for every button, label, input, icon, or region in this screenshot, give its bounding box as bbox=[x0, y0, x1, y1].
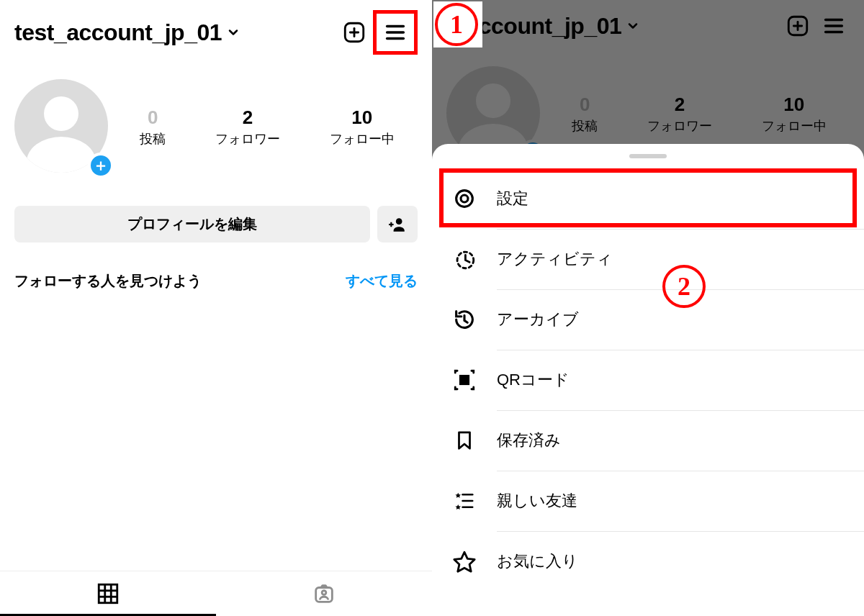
stat-following[interactable]: 10 フォロー中 bbox=[330, 107, 395, 148]
qr-code-icon bbox=[448, 368, 481, 392]
menu-label: 保存済み bbox=[497, 430, 561, 451]
close-friends-icon bbox=[448, 490, 481, 512]
svg-marker-33 bbox=[456, 504, 462, 509]
chevron-down-icon[interactable] bbox=[226, 25, 240, 40]
history-icon bbox=[448, 307, 481, 332]
edit-profile-button[interactable]: プロフィールを編集 bbox=[14, 206, 370, 243]
create-post-button[interactable] bbox=[338, 17, 370, 48]
tab-tagged[interactable] bbox=[216, 571, 432, 616]
discover-people-button[interactable] bbox=[377, 206, 418, 243]
menu-item-settings[interactable]: 設定 bbox=[432, 168, 864, 229]
following-count: 10 bbox=[330, 107, 395, 129]
annotation-step-2: 2 bbox=[662, 265, 706, 308]
stat-posts[interactable]: 0 投稿 bbox=[140, 107, 166, 148]
menu-label: QRコード bbox=[497, 369, 570, 391]
clock-activity-icon bbox=[448, 247, 481, 271]
avatar[interactable]: ＋ bbox=[14, 79, 115, 180]
menu-item-archive[interactable]: アーカイブ bbox=[432, 289, 864, 350]
svg-marker-34 bbox=[454, 552, 474, 571]
svg-rect-9 bbox=[99, 584, 117, 603]
menu-item-activity[interactable]: アクティビティ bbox=[432, 229, 864, 289]
menu-label: お気に入り bbox=[497, 551, 578, 572]
tab-grid[interactable] bbox=[0, 571, 216, 616]
followers-count: 2 bbox=[215, 107, 280, 129]
svg-point-15 bbox=[322, 591, 326, 595]
bookmark-icon bbox=[448, 428, 481, 453]
menu-label: 設定 bbox=[497, 188, 528, 209]
menu-screen: t_account_jp_01 bbox=[432, 0, 864, 616]
menu-item-qrcode[interactable]: QRコード bbox=[432, 350, 864, 410]
svg-point-6 bbox=[396, 218, 402, 225]
posts-count: 0 bbox=[140, 107, 166, 129]
svg-marker-32 bbox=[456, 493, 462, 498]
svg-rect-28 bbox=[465, 381, 468, 384]
profile-stats-row: ＋ 0 投稿 2 フォロワー 10 フォロー中 bbox=[0, 62, 432, 187]
annotation-number: 1 bbox=[435, 3, 478, 46]
username-switcher[interactable]: test_account_jp_01 bbox=[14, 19, 222, 46]
svg-rect-25 bbox=[460, 376, 463, 379]
add-story-icon[interactable]: ＋ bbox=[88, 153, 114, 178]
following-label: フォロー中 bbox=[330, 130, 395, 148]
menu-item-saved[interactable]: 保存済み bbox=[432, 410, 864, 471]
menu-label: 親しい友達 bbox=[497, 490, 577, 512]
hamburger-menu-button[interactable] bbox=[373, 10, 418, 55]
star-icon bbox=[448, 549, 481, 574]
svg-rect-27 bbox=[460, 381, 463, 384]
see-all-link[interactable]: すべて見る bbox=[346, 271, 418, 291]
posts-label: 投稿 bbox=[140, 130, 166, 148]
svg-point-23 bbox=[461, 195, 468, 202]
profile-header: test_account_jp_01 bbox=[0, 0, 432, 62]
menu-label: アクティビティ bbox=[497, 248, 613, 270]
annotation-number: 2 bbox=[662, 265, 706, 308]
bottom-sheet-menu: 設定 アクティビティ bbox=[432, 144, 864, 616]
svg-point-22 bbox=[456, 191, 473, 207]
followers-label: フォロワー bbox=[215, 130, 280, 148]
gear-icon bbox=[448, 186, 481, 211]
find-people-heading: フォローする人を見つけよう bbox=[14, 271, 202, 291]
sheet-handle[interactable] bbox=[629, 154, 667, 158]
menu-item-close-friends[interactable]: 親しい友達 bbox=[432, 471, 864, 531]
svg-rect-26 bbox=[465, 376, 468, 379]
menu-label: アーカイブ bbox=[497, 309, 579, 330]
profile-tabs bbox=[0, 571, 432, 616]
menu-item-favorites[interactable]: お気に入り bbox=[432, 531, 864, 592]
profile-screen: test_account_jp_01 bbox=[0, 0, 432, 616]
annotation-step-1: 1 bbox=[433, 1, 482, 47]
stat-followers[interactable]: 2 フォロワー bbox=[215, 107, 280, 148]
